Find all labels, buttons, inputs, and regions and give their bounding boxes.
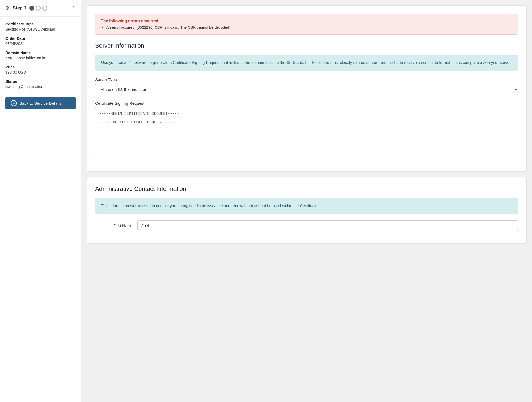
step-circle-2 bbox=[36, 6, 41, 11]
first-name-col-input bbox=[137, 220, 518, 231]
sidebar: ❋ Step 1 ⌃ Certificate Type Sectigo Posi… bbox=[0, 0, 81, 402]
domain-name-label: Domain Name bbox=[5, 51, 76, 55]
first-name-row: First Name bbox=[95, 220, 518, 231]
domain-name-value: *.erp.abonydairies.co.ke bbox=[5, 56, 76, 60]
server-type-label: Server Type bbox=[95, 77, 518, 82]
price-label: Price bbox=[5, 65, 76, 69]
server-information-section: The following errors occurred: An error … bbox=[87, 5, 527, 172]
main-content: The following errors occurred: An error … bbox=[81, 0, 532, 402]
step-icon: ❋ bbox=[5, 5, 10, 11]
domain-name-item: Domain Name *.erp.abonydairies.co.ke bbox=[5, 51, 76, 60]
csr-label: Certificate Signing Request bbox=[95, 101, 518, 106]
back-to-service-details-button[interactable]: ← Back to Service Details bbox=[5, 97, 76, 109]
server-type-group: Server Type Microsoft IIS 5.x and later … bbox=[95, 77, 518, 95]
step-header-left: ❋ Step 1 bbox=[5, 5, 47, 11]
error-list: An error occured: [3022296] CSR is inval… bbox=[101, 25, 512, 30]
csr-textarea[interactable]: -----BEGIN CERTIFICATE REQUEST----- ----… bbox=[95, 108, 518, 156]
first-name-label: First Name bbox=[113, 223, 133, 228]
csr-group: Certificate Signing Request -----BEGIN C… bbox=[95, 101, 518, 157]
server-info-box: Use your server's software to generate a… bbox=[95, 55, 518, 71]
admin-contact-section: Administrative Contact Information This … bbox=[87, 177, 527, 244]
certificate-type-item: Certificate Type Sectigo PositiveSSL Wil… bbox=[5, 22, 76, 31]
price-item: Price $98.00 USD bbox=[5, 65, 76, 74]
status-label: Status bbox=[5, 79, 76, 84]
admin-contact-heading: Administrative Contact Information bbox=[95, 185, 518, 192]
certificate-type-label: Certificate Type bbox=[5, 22, 76, 26]
step-circle-1 bbox=[29, 6, 34, 11]
error-box: The following errors occurred: An error … bbox=[95, 14, 518, 35]
back-button-label: Back to Service Details bbox=[20, 101, 61, 106]
status-item: Status Awaiting Configuration bbox=[5, 79, 76, 89]
back-arrow-icon: ← bbox=[11, 100, 17, 106]
step-title: Step 1 bbox=[13, 5, 27, 11]
first-name-col-label: First Name bbox=[95, 220, 133, 231]
status-value: Awaiting Configuration bbox=[5, 84, 76, 89]
error-item: An error occured: [3022296] CSR is inval… bbox=[106, 25, 512, 30]
chevron-up-icon[interactable]: ⌃ bbox=[72, 5, 76, 11]
server-information-heading: Server Information bbox=[95, 42, 518, 49]
certificate-type-value: Sectigo PositiveSSL Wildcard bbox=[5, 27, 76, 31]
admin-info-box: This information will be used to contact… bbox=[95, 198, 518, 214]
step-circle-3 bbox=[42, 6, 47, 11]
order-date-item: Order Date 03/05/2024 bbox=[5, 36, 76, 46]
step-circles bbox=[29, 6, 47, 11]
first-name-input[interactable] bbox=[137, 220, 518, 231]
step-header: ❋ Step 1 ⌃ bbox=[0, 0, 81, 17]
error-title: The following errors occurred: bbox=[101, 18, 512, 23]
order-date-label: Order Date bbox=[5, 36, 76, 41]
price-value: $98.00 USD bbox=[5, 70, 76, 74]
server-type-select[interactable]: Microsoft IIS 5.x and later Apache + Ope… bbox=[95, 84, 518, 95]
sidebar-details: Certificate Type Sectigo PositiveSSL Wil… bbox=[0, 17, 81, 94]
order-date-value: 03/05/2024 bbox=[5, 41, 76, 46]
